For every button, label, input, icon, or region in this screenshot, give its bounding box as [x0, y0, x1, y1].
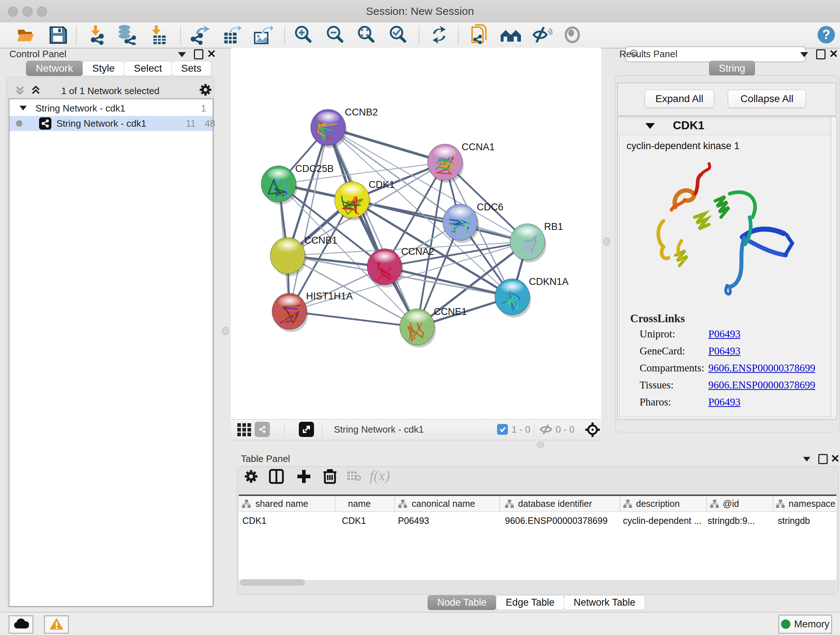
panel-menu-icon[interactable]: [178, 52, 186, 57]
column-header[interactable]: description: [636, 499, 680, 509]
open-birdseye-icon[interactable]: [299, 422, 314, 437]
column-tree-icon[interactable]: [398, 499, 407, 510]
show-columns-icon[interactable]: [268, 469, 284, 486]
collapse-all-networks-icon[interactable]: [14, 84, 26, 98]
collapse-all-button[interactable]: Collapse All: [728, 90, 806, 108]
tab-select[interactable]: Select: [124, 61, 172, 76]
tab-string[interactable]: String: [709, 61, 755, 76]
open-session-button[interactable]: [16, 25, 36, 46]
column-tree-icon[interactable]: [710, 499, 719, 510]
expand-all-button[interactable]: Expand All: [645, 90, 714, 108]
panel-float-icon[interactable]: [194, 49, 203, 59]
table-cell[interactable]: CDK1: [342, 516, 366, 526]
panel-close-icon[interactable]: ✕: [829, 49, 838, 59]
share-view-icon[interactable]: [255, 422, 270, 437]
pharos-link[interactable]: P06493: [708, 396, 741, 408]
column-tree-icon[interactable]: [623, 499, 632, 510]
zoom-fit-button[interactable]: [356, 25, 376, 46]
tab-sets[interactable]: Sets: [172, 61, 211, 76]
zoom-in-button[interactable]: [293, 25, 313, 46]
hidden-eye-icon[interactable]: [539, 424, 553, 436]
table-cell[interactable]: CDK1: [242, 516, 267, 526]
network-node-CDKN1A[interactable]: CDKN1A: [495, 276, 569, 318]
table-cell[interactable]: P06493: [398, 516, 429, 526]
cdk1-collapse-icon[interactable]: [645, 123, 655, 129]
table-settings-gear-icon[interactable]: [243, 469, 259, 486]
results-scrollbar[interactable]: [831, 118, 837, 416]
panel-menu-icon[interactable]: [800, 52, 808, 57]
table-cell[interactable]: 9606.ENSP00000378699: [505, 516, 608, 526]
collection-label: String Network - cdk1: [35, 103, 126, 114]
save-session-button[interactable]: [48, 25, 68, 46]
column-header[interactable]: name: [348, 499, 371, 509]
hide-selected-button[interactable]: [532, 25, 552, 46]
tab-network[interactable]: Network: [26, 61, 83, 76]
delete-column-icon[interactable]: [322, 468, 338, 486]
cloud-button[interactable]: [9, 616, 33, 633]
network-node-CDC6[interactable]: CDC6: [443, 202, 504, 243]
grid-view-icon[interactable]: [237, 423, 252, 439]
add-column-icon[interactable]: [296, 469, 312, 486]
table-cell[interactable]: stringdb:9...: [707, 516, 755, 526]
copy-network-button[interactable]: [470, 25, 490, 46]
import-network-database-button[interactable]: [117, 25, 137, 46]
panel-float-icon[interactable]: [818, 454, 828, 464]
compartments-link[interactable]: 9606.ENSP00000378699: [708, 362, 815, 374]
bottom-splitter-handle[interactable]: [537, 442, 544, 448]
table-cell[interactable]: stringdb: [778, 516, 810, 526]
results-panel-tabs: String: [709, 61, 755, 76]
network-node-HIST1H1A[interactable]: HIST1H1A: [272, 291, 353, 332]
panel-close-icon[interactable]: ✕: [831, 453, 840, 464]
refresh-button[interactable]: [429, 25, 449, 46]
tree-expand-icon[interactable]: [19, 106, 27, 111]
network-options-gear-icon[interactable]: [198, 82, 213, 98]
column-tree-icon[interactable]: [775, 499, 785, 510]
edge-CCNA2-CDKN1A[interactable]: [385, 267, 512, 297]
gray-eye-button[interactable]: [562, 25, 583, 46]
network-collection-row[interactable]: String Network - cdk1 1: [9, 102, 213, 116]
network-node-RB1[interactable]: RB1: [510, 221, 563, 263]
expand-all-networks-icon[interactable]: [30, 84, 42, 98]
memory-button[interactable]: Memory: [778, 615, 832, 633]
tab-edge-table[interactable]: Edge Table: [496, 595, 564, 610]
column-tree-icon[interactable]: [242, 499, 251, 510]
tab-style[interactable]: Style: [82, 61, 125, 76]
panel-close-icon[interactable]: ✕: [207, 49, 216, 59]
table-horizontal-scrollbar[interactable]: [240, 579, 305, 586]
network-node-CCNE1[interactable]: CCNE1: [400, 306, 467, 348]
network-label: String Network - cdk1: [57, 118, 147, 129]
column-header[interactable]: canonical name: [412, 499, 475, 509]
selected-nodes-checkbox[interactable]: [497, 424, 508, 435]
import-network-file-button[interactable]: [86, 25, 106, 46]
help-button[interactable]: ?: [816, 25, 836, 46]
edge-CCNE1-HIST1H1A[interactable]: [289, 311, 417, 327]
column-header[interactable]: database identifier: [518, 499, 592, 509]
zoom-selected-button[interactable]: [388, 25, 408, 46]
column-tree-icon[interactable]: [505, 499, 514, 510]
left-splitter-handle[interactable]: [222, 327, 229, 335]
network-node-CDK1[interactable]: CDK1: [335, 179, 395, 220]
export-table-button[interactable]: [221, 25, 242, 46]
uniprot-link[interactable]: P06493: [708, 328, 741, 340]
column-header[interactable]: namespace: [789, 499, 836, 509]
export-image-button[interactable]: [253, 25, 273, 46]
network-row-selected[interactable]: String Network - cdk1 11 48: [9, 116, 213, 131]
right-splitter-handle[interactable]: [603, 238, 610, 245]
export-network-button[interactable]: [190, 25, 210, 46]
import-table-file-button[interactable]: [148, 25, 169, 46]
tissues-link[interactable]: 9606.ENSP00000378699: [708, 379, 815, 391]
warnings-button[interactable]: [44, 616, 69, 633]
column-header[interactable]: shared name: [256, 499, 308, 509]
column-header[interactable]: @id: [723, 499, 739, 509]
zoom-out-button[interactable]: [325, 25, 345, 46]
table-cell[interactable]: cyclin-dependent ...: [623, 516, 701, 526]
panel-menu-icon[interactable]: [803, 457, 810, 462]
crosshair-icon[interactable]: [584, 422, 600, 439]
edge-CCNB2-HIST1H1A[interactable]: [289, 127, 328, 311]
network-graph[interactable]: CCNB2CCNA1CDC25BCDK1CDC6RB1CCNB1CCNA2CDK…: [231, 48, 601, 419]
tab-network-table[interactable]: Network Table: [564, 595, 645, 610]
tab-node-table[interactable]: Node Table: [428, 595, 496, 610]
panel-float-icon[interactable]: [816, 49, 826, 59]
genecard-link[interactable]: P06493: [708, 345, 741, 357]
show-all-button[interactable]: [501, 25, 521, 46]
